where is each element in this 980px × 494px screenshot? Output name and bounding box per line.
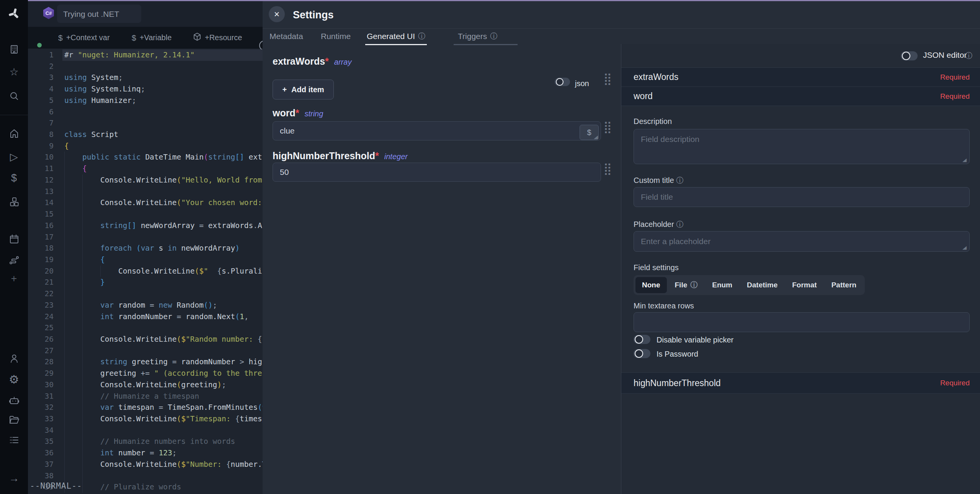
code-line[interactable]: 4using System.Linq; [28,83,263,95]
code-line[interactable]: 28 string greeting = randomNumber > high… [28,356,263,368]
code-line[interactable]: 21 } [28,277,263,288]
code-line[interactable]: 14 Console.WriteLine("Your chosen word: … [28,197,263,209]
tab-metadata[interactable]: Metadata [268,29,305,44]
code-line[interactable]: 25 [28,322,263,334]
code-line[interactable]: 34 [28,425,263,436]
code-line[interactable]: 13 [28,186,263,197]
variables-dollar-icon[interactable]: $ [0,170,28,186]
tab-triggers[interactable]: Triggersⓘ [456,29,499,44]
tab-runtime[interactable]: Runtime [319,29,352,44]
code-line[interactable]: 37 Console.WriteLine($"Number: {number.T… [28,459,263,470]
code-line[interactable]: 32 var timespan = TimeSpan.FromMinutes(9… [28,402,263,413]
settings-gear-icon[interactable]: ⚙ [0,371,28,388]
code-line[interactable]: 26 Console.WriteLine($"Random number: {r… [28,334,263,345]
favorites-star-icon[interactable]: ☆ [0,64,28,80]
code-line[interactable]: 23 var random = new Random(); [28,300,263,311]
code-line[interactable]: 20 Console.WriteLine($" {s.Pluralize()}"… [28,266,263,277]
field-setting-option-enum[interactable]: Enum [706,277,739,293]
code-line[interactable]: 33 Console.WriteLine($"Timespan: {timesp… [28,413,263,425]
highNumberThreshold-input[interactable] [273,163,601,182]
json-editor-toggle[interactable] [901,51,918,60]
field-setting-option-format[interactable]: Format [786,277,823,293]
field-label-highNumberThreshold: highNumberThreshold*integer [273,150,408,161]
resources-cubes-icon[interactable] [0,194,28,210]
logs-list-icon[interactable] [0,432,28,448]
users-person-icon[interactable] [0,350,28,367]
description-textarea[interactable] [634,129,970,164]
panel-row-highNumberThreshold[interactable]: highNumberThresholdRequired [621,372,980,394]
code-line[interactable]: 17 [28,232,263,243]
runs-play-icon[interactable]: ▷ [0,148,28,165]
search-icon[interactable] [0,88,28,104]
info-icon[interactable]: ⓘ [676,176,683,184]
code-line[interactable]: 2 [28,61,263,72]
collapse-arrow-right-icon[interactable]: → [0,470,28,487]
code-editor[interactable]: 1#r "nuget: Humanizer, 2.14.1"23using Sy… [28,49,263,493]
field-setting-option-datetime[interactable]: Datetime [740,277,784,293]
placeholder-textarea[interactable] [634,231,970,252]
resize-handle-icon[interactable]: ◢ [962,245,967,250]
home-icon[interactable] [0,125,28,142]
info-icon[interactable]: ⓘ [676,220,683,228]
code-line[interactable]: 38 [28,470,263,482]
code-line[interactable]: 29 greeting += " (according to the thres… [28,368,263,379]
folders-icon[interactable] [0,412,28,429]
info-icon[interactable]: ⓘ [965,51,972,61]
flows-route-icon[interactable] [0,252,28,269]
line-number: 5 [28,95,62,106]
script-title[interactable]: Trying out .NET [63,10,119,19]
code-line[interactable]: 6 [28,106,263,118]
schedules-calendar-icon[interactable] [0,231,28,248]
drag-handle-icon[interactable]: ⣿ [603,73,612,85]
code-line[interactable]: 7 [28,117,263,129]
code-line[interactable]: 31 // Humanize a timespan [28,391,263,402]
code-line[interactable]: 11 { [28,163,263,174]
workers-robot-icon[interactable] [0,392,28,409]
windmill-logo-icon[interactable] [0,5,28,22]
tab-generated-ui[interactable]: Generated UIⓘ [365,29,427,45]
field-setting-option-pattern[interactable]: Pattern [825,277,863,293]
code-line[interactable]: 5using Humanizer; [28,95,263,106]
line-number: 27 [28,345,62,357]
resize-handle-icon[interactable]: ◢ [962,157,967,163]
code-line[interactable]: 12 Console.WriteLine("Hello, World from … [28,174,263,186]
code-line[interactable]: 24 int randomNumber = random.Next(1, [28,311,263,323]
is-password-toggle[interactable] [634,349,650,358]
code-line[interactable]: 19 { [28,254,263,266]
code-line[interactable]: 18 foreach (var s in newWordArray) [28,243,263,254]
code-line[interactable]: 22 [28,288,263,300]
code-line[interactable]: 3using System; [28,72,263,83]
word-input[interactable] [273,121,601,140]
code-line[interactable]: 36 int number = 123; [28,447,263,459]
panel-row-word[interactable]: wordRequired [621,87,980,106]
code-line[interactable]: 27 [28,345,263,357]
sidebar: ☆ ▷ $ + ⚙ [0,0,28,494]
field-setting-option-file[interactable]: Fileⓘ [668,277,704,293]
add-context-var-button[interactable]: $ +Context var [58,27,110,49]
min-textarea-rows-input[interactable] [634,312,970,332]
code-line[interactable]: 30 Console.WriteLine(greeting); [28,379,263,391]
custom-title-input[interactable] [634,187,970,207]
resize-handle-icon[interactable]: ◢ [594,134,598,140]
code-line[interactable]: 9{ [28,140,263,152]
code-line[interactable]: 1#r "nuget: Humanizer, 2.14.1" [28,49,263,61]
drag-handle-icon[interactable]: ⣿ [603,163,612,174]
add-plus-icon[interactable]: + [0,270,28,287]
code-line[interactable]: 10 public static DateTime Main(string[] … [28,152,263,163]
line-number: 38 [28,470,62,482]
code-line[interactable]: 15 [28,209,263,220]
field-setting-option-none[interactable]: None [635,277,667,293]
workspace-icon[interactable] [0,41,28,58]
close-icon[interactable]: ✕ [269,6,285,22]
json-toggle[interactable] [555,78,570,86]
code-line[interactable]: 8class Script [28,129,263,140]
code-line[interactable]: 35 // Humanize numbers into words [28,436,263,447]
add-item-button[interactable]: + Add item [273,80,334,99]
add-variable-button[interactable]: $ +Variable [132,27,172,49]
drag-handle-icon[interactable]: ⣿ [603,121,612,133]
code-line[interactable]: 16 string[] newWordArray = extraWords.Ap… [28,220,263,232]
placeholder-label: Placeholder ⓘ [634,220,683,230]
panel-row-extraWords[interactable]: extraWordsRequired [621,68,980,87]
add-resource-button[interactable]: +Resource [193,27,242,49]
disable-variable-picker-toggle[interactable] [634,335,650,344]
